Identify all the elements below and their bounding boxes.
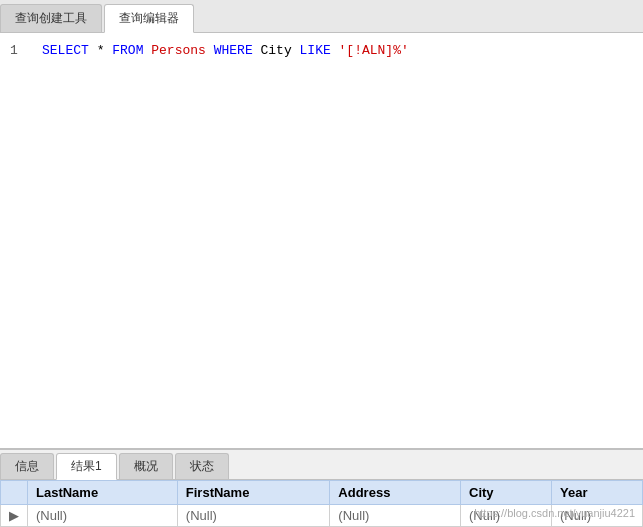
results-area: LastName FirstName Address City Year ▶ (… <box>0 480 643 527</box>
th-indicator <box>1 481 28 505</box>
th-city: City <box>461 481 552 505</box>
tab-overview[interactable]: 概况 <box>119 453 173 479</box>
kw-persons: Persons <box>151 43 206 58</box>
cell-lastname: (Null) <box>28 505 178 527</box>
kw-where: WHERE <box>214 43 253 58</box>
th-lastname: LastName <box>28 481 178 505</box>
kw-pattern: '[!ALN]%' <box>339 43 409 58</box>
main-container: 查询创建工具 查询编辑器 1 SELECT * FROM Persons WHE… <box>0 0 643 527</box>
tab-status[interactable]: 状态 <box>175 453 229 479</box>
watermark: https://blog.csdn.net/yuanjiu4221 <box>474 507 635 519</box>
th-year: Year <box>551 481 642 505</box>
kw-star: * <box>97 43 113 58</box>
th-firstname: FirstName <box>177 481 330 505</box>
cell-firstname: (Null) <box>177 505 330 527</box>
results-table: LastName FirstName Address City Year ▶ (… <box>0 480 643 527</box>
tab-query-editor[interactable]: 查询编辑器 <box>104 4 194 33</box>
code-content-1: SELECT * FROM Persons WHERE City LIKE '[… <box>42 41 633 61</box>
kw-select: SELECT <box>42 43 89 58</box>
row-indicator: ▶ <box>1 505 28 527</box>
bottom-tab-bar: 信息 结果1 概况 状态 <box>0 449 643 480</box>
table-header-row: LastName FirstName Address City Year <box>1 481 643 505</box>
code-line-1: 1 SELECT * FROM Persons WHERE City LIKE … <box>10 41 633 61</box>
th-address: Address <box>330 481 461 505</box>
kw-from: FROM <box>112 43 143 58</box>
tab-info[interactable]: 信息 <box>0 453 54 479</box>
tab-results1[interactable]: 结果1 <box>56 453 117 480</box>
editor-area[interactable]: 1 SELECT * FROM Persons WHERE City LIKE … <box>0 33 643 449</box>
line-number-1: 1 <box>10 41 34 61</box>
tab-query-builder[interactable]: 查询创建工具 <box>0 4 102 32</box>
top-tab-bar: 查询创建工具 查询编辑器 <box>0 0 643 33</box>
kw-like: LIKE <box>300 43 331 58</box>
kw-city: City <box>261 43 300 58</box>
cell-address: (Null) <box>330 505 461 527</box>
